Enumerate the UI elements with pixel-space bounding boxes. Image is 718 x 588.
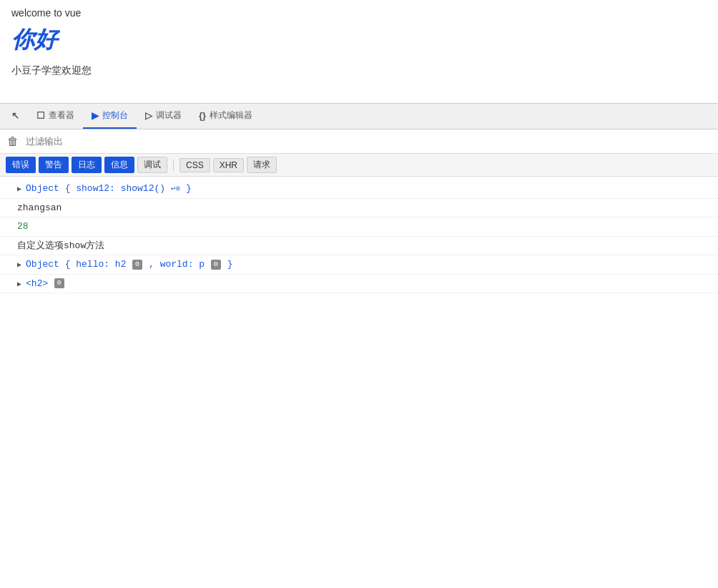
devtools-panel: ↖ ☐ 查看器 ▶ 控制台 ▷ 调试器 {} 样式编辑器 🗑 错误 警告 日志 … xyxy=(0,103,718,296)
console-line-2: zhangsan xyxy=(0,199,718,218)
console-text-2: zhangsan xyxy=(17,201,62,215)
trash-icon[interactable]: 🗑 xyxy=(4,134,21,150)
level-error-btn[interactable]: 错误 xyxy=(6,157,36,173)
ni-hao-heading: 你好 xyxy=(11,24,707,56)
console-line-3: 28 xyxy=(0,217,718,237)
log-levels-bar: 错误 警告 日志 信息 调试 CSS XHR 请求 xyxy=(0,154,718,177)
tab-console-label: 控制台 xyxy=(102,109,128,122)
inspector-icon: ↖ xyxy=(11,110,19,121)
level-warn-btn[interactable]: 警告 xyxy=(39,157,69,173)
console-line-1[interactable]: Object { show12: show12() ↩≡ } xyxy=(0,180,718,199)
console-icon: ▶ xyxy=(92,110,99,121)
devtools-tabbar: ↖ ☐ 查看器 ▶ 控制台 ▷ 调试器 {} 样式编辑器 xyxy=(0,104,718,129)
filter-input[interactable] xyxy=(26,136,714,147)
tab-debugger-label: 调试器 xyxy=(156,109,182,122)
console-text-5: Object { hello: h2 ⚙ , world: p ⚙ } xyxy=(26,258,232,272)
viewer-icon: ☐ xyxy=(36,110,45,121)
node-icon-p[interactable]: ⚙ xyxy=(211,260,221,270)
expand-arrow-1 xyxy=(17,184,21,195)
tab-style-editor[interactable]: {} 样式编辑器 xyxy=(190,104,261,129)
console-text-4: 自定义选项show方法 xyxy=(17,239,104,253)
console-line-6[interactable]: <h2> ⚙ xyxy=(0,275,718,294)
page-content: welcome to vue 你好 小豆子学堂欢迎您 xyxy=(0,0,718,103)
console-text-3: 28 xyxy=(17,220,29,234)
level-request-btn[interactable]: 请求 xyxy=(247,157,277,173)
tab-debugger[interactable]: ▷ 调试器 xyxy=(137,104,190,129)
console-line-5[interactable]: Object { hello: h2 ⚙ , world: p ⚙ } xyxy=(0,255,718,275)
expand-arrow-6 xyxy=(17,279,21,290)
node-icon-h2-2[interactable]: ⚙ xyxy=(54,278,64,288)
console-output: Object { show12: show12() ↩≡ } zhangsan … xyxy=(0,177,718,296)
level-xhr-btn[interactable]: XHR xyxy=(213,158,244,172)
expand-arrow-5 xyxy=(17,260,21,270)
filter-bar: 🗑 xyxy=(0,129,718,154)
level-info-btn[interactable]: 信息 xyxy=(104,157,134,173)
subtitle-text: 小豆子学堂欢迎您 xyxy=(11,64,707,77)
welcome-text: welcome to vue xyxy=(11,7,707,19)
tab-viewer-label: 查看器 xyxy=(49,109,74,122)
tab-console[interactable]: ▶ 控制台 xyxy=(83,104,137,129)
level-separator xyxy=(173,160,174,171)
level-debug-btn[interactable]: 调试 xyxy=(137,157,167,173)
style-icon: {} xyxy=(199,110,206,121)
level-css-btn[interactable]: CSS xyxy=(180,158,210,172)
console-line-4: 自定义选项show方法 xyxy=(0,237,718,256)
tab-inspector[interactable]: ↖ xyxy=(3,104,28,129)
level-log-btn[interactable]: 日志 xyxy=(72,157,102,173)
tab-viewer[interactable]: ☐ 查看器 xyxy=(28,104,83,129)
debugger-icon: ▷ xyxy=(145,110,152,121)
node-icon-h2[interactable]: ⚙ xyxy=(132,260,142,270)
console-text-1: Object { show12: show12() ↩≡ } xyxy=(26,182,192,196)
tab-style-label: 样式编辑器 xyxy=(210,109,252,122)
console-text-6: <h2> ⚙ xyxy=(26,277,65,291)
